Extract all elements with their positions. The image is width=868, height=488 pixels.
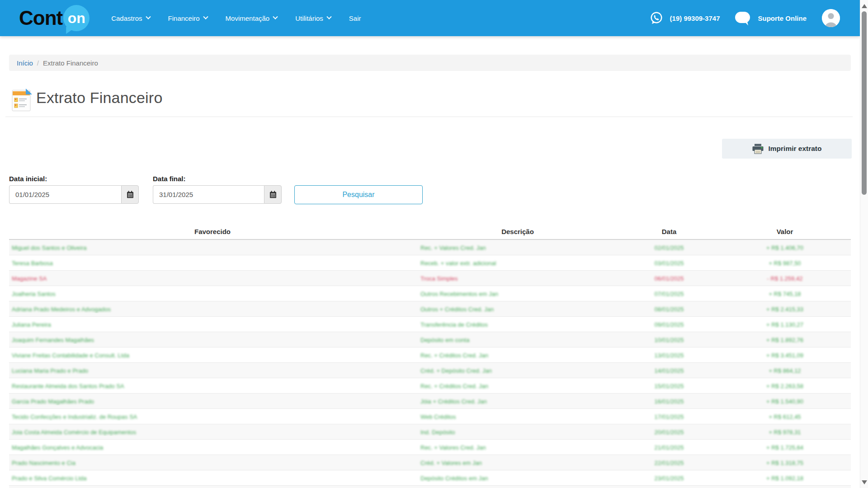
table-cell-fav: Garcia Prado Magalhães Prado	[9, 397, 416, 405]
end-date-input[interactable]	[153, 185, 264, 204]
redacted-cell-text: + R$ 987,50	[769, 260, 801, 267]
start-date-label: Data inicial:	[9, 175, 47, 183]
support-online-link[interactable]: Suporte Online	[758, 14, 807, 22]
table-cell-desc: Rec. + Valores Cred. Jan	[416, 443, 619, 451]
redacted-cell-text: Receb. + valor extr. adicional	[420, 260, 496, 267]
table-row: Teresa BarbosaReceb. + valor extr. adici…	[9, 255, 851, 271]
table-header-row: Favorecido Descrição Data Valor	[9, 224, 851, 239]
redacted-cell-text: 20/01/2025	[654, 429, 684, 436]
redacted-cell-text: Adriana Prado Medeiros e Advogados	[12, 306, 111, 313]
table-cell-val: + R$ 2.263,58	[719, 382, 851, 390]
table-cell-date: 14/01/2025	[619, 366, 719, 375]
header-valor: Valor	[719, 228, 851, 235]
table-cell-desc: Rec. + Créditos Cred. Jan	[416, 351, 619, 359]
table-cell-desc: Transferência de Créditos	[416, 320, 619, 328]
end-date-group	[153, 185, 282, 204]
table-cell-date: 17/01/2025	[619, 413, 719, 421]
menu-label: Financeiro	[168, 14, 200, 22]
redacted-cell-text: 14/01/2025	[654, 367, 684, 374]
search-button[interactable]: Pesquisar	[294, 185, 423, 204]
redacted-cell-text: 02/01/2025	[654, 244, 684, 251]
table-row: Magalhães Gonçalves e AdvocaciaRec. + Va…	[9, 440, 851, 455]
table-cell-fav: Joaquim Fernandes Magalhães	[9, 336, 416, 344]
table-row: Prado e Silva Comércio LtdaDepósito Créd…	[9, 470, 851, 486]
user-avatar[interactable]	[822, 9, 840, 27]
breadcrumb-home-link[interactable]: Início	[17, 59, 33, 67]
table-cell-val: + R$ 3.451,09	[719, 351, 851, 359]
conton-logo[interactable]: Cont on	[19, 5, 90, 31]
table-cell-date: 16/01/2025	[619, 397, 719, 405]
table-cell-date: 21/01/2025	[619, 443, 719, 451]
table-cell-date: 23/01/2025	[619, 474, 719, 482]
redacted-cell-text: 22/01/2025	[654, 460, 684, 466]
table-cell-fav: Restaurante Almeida dos Santos Prado SA	[9, 382, 416, 390]
redacted-cell-text: Créd. + Depósito Cred. Jan	[420, 367, 492, 374]
table-cell-val: - R$ 1.259,42	[719, 274, 851, 282]
header-favorecido: Favorecido	[9, 228, 416, 235]
redacted-cell-text: + R$ 612,45	[769, 413, 801, 420]
scrollbar-thumb[interactable]	[862, 11, 867, 195]
redacted-cell-text: 10/01/2025	[654, 337, 684, 343]
chevron-down-icon	[273, 14, 278, 19]
table-cell-fav: Prado Nascimento e Cia	[9, 459, 416, 467]
table-cell-val: + R$ 1.130,27	[719, 320, 851, 328]
redacted-cell-text: Restaurante Almeida dos Santos Prado SA	[12, 383, 124, 389]
redacted-cell-text: 08/01/2025	[654, 306, 684, 313]
redacted-cell-text: + R$ 745,18	[769, 291, 801, 297]
menu-item-financeiro[interactable]: Financeiro	[168, 14, 208, 22]
redacted-cell-text: + R$ 2.415,33	[766, 306, 803, 313]
start-date-input[interactable]	[9, 185, 121, 204]
table-cell-fav: Adriana Prado Medeiros e Advogados	[9, 305, 416, 313]
start-date-calendar-button[interactable]	[121, 185, 139, 204]
header-descricao: Descrição	[416, 228, 619, 235]
table-cell-desc: Rec. + Créditos Cred. Jan	[416, 382, 619, 390]
table-cell-val: + R$ 1.092,18	[719, 474, 851, 482]
end-date-calendar-button[interactable]	[264, 185, 282, 204]
print-statement-button[interactable]: Imprimir extrato	[722, 139, 852, 159]
table-cell-date: 22/01/2025	[619, 459, 719, 467]
table-cell-date: 15/01/2025	[619, 382, 719, 390]
table-row: Juliana PereiraTransferência de Créditos…	[9, 317, 851, 332]
table-cell-fav: Prado e Silva Comércio Ltda	[9, 474, 416, 482]
table-cell-fav: Juliana Pereira	[9, 320, 416, 328]
scrollbar[interactable]	[860, 0, 868, 488]
chat-bubble-icon[interactable]	[734, 11, 751, 26]
redacted-cell-text: Ind. Depósito	[420, 429, 455, 436]
redacted-cell-text: 09/01/2025	[654, 321, 684, 328]
table-cell-fav: Joalheria Santos	[9, 290, 416, 298]
redacted-cell-text: Troca Simples	[420, 275, 458, 282]
title-divider	[5, 117, 853, 117]
menu-label: Sair	[349, 14, 361, 22]
menu-label: Utilitários	[295, 14, 323, 22]
scroll-down-icon[interactable]	[862, 480, 867, 484]
table-cell-val: + R$ 1.892,76	[719, 336, 851, 344]
redacted-cell-text: Créd. + Valores em Jan	[420, 460, 482, 466]
support-phone-number[interactable]: (19) 99309-3747	[670, 14, 720, 22]
table-row: Prado Nascimento e CiaCréd. + Valores em…	[9, 455, 851, 470]
menu-item-utilitarios[interactable]: Utilitários	[295, 14, 331, 22]
calendar-icon	[127, 191, 134, 198]
redacted-cell-text: Jóia + Créditos Cred. Jan	[420, 398, 487, 405]
redacted-cell-text: Depósito em conta	[420, 337, 469, 343]
redacted-cell-text: Garcia Prado Magalhães Prado	[12, 398, 94, 405]
redacted-cell-text: Miguel dos Santos e Oliveira	[12, 244, 86, 251]
scroll-up-icon[interactable]	[862, 4, 867, 8]
table-cell-fav: Luciana Maria Prado e Prado	[9, 366, 416, 375]
navbar: Cont on Cadastros Financeiro Movimentaçã…	[0, 0, 860, 36]
table-cell-val: + R$ 1.318,75	[719, 459, 851, 467]
table-cell-fav: Miguel dos Santos e Oliveira	[9, 244, 416, 252]
redacted-cell-text: + R$ 1.725,64	[766, 444, 803, 451]
redacted-cell-text: 07/01/2025	[654, 291, 684, 297]
redacted-cell-text: + R$ 1.130,27	[766, 321, 803, 328]
document-list-icon	[12, 89, 33, 114]
menu-item-cadastros[interactable]: Cadastros	[111, 14, 150, 22]
logo-text: Cont	[19, 7, 62, 29]
redacted-cell-text: Web Créditos	[420, 413, 456, 420]
menu-item-movimentacao[interactable]: Movimentação	[226, 14, 278, 22]
whatsapp-icon[interactable]	[649, 11, 664, 25]
menu-item-sair[interactable]: Sair	[349, 14, 361, 22]
table-row: Miguel dos Santos e OliveiraRec. + Valor…	[9, 240, 851, 255]
redacted-cell-text: Magazine SA	[12, 275, 47, 282]
table-cell-val: + R$ 1.406,70	[719, 244, 851, 252]
table-row: Luciana Maria Prado e PradoCréd. + Depós…	[9, 363, 851, 378]
